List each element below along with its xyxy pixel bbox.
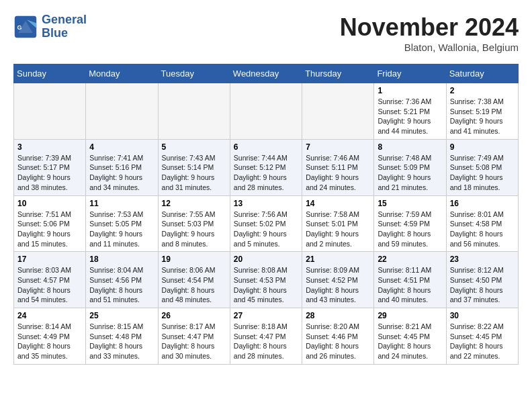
logo-line2: Blue <box>42 27 87 40</box>
day-number: 29 <box>378 311 442 320</box>
title-area: November 2024 Blaton, Wallonia, Belgium <box>340 13 519 53</box>
calendar-cell: 5Sunrise: 7:43 AM Sunset: 5:14 PM Daylig… <box>158 139 230 195</box>
day-number: 30 <box>450 311 515 320</box>
calendar-week-row: 24Sunrise: 8:14 AM Sunset: 4:49 PM Dayli… <box>14 308 519 365</box>
day-info: Sunrise: 7:38 AM Sunset: 5:19 PM Dayligh… <box>450 97 515 136</box>
day-number: 24 <box>17 311 82 320</box>
day-info: Sunrise: 8:21 AM Sunset: 4:45 PM Dayligh… <box>378 322 442 361</box>
calendar-cell: 23Sunrise: 8:12 AM Sunset: 4:50 PM Dayli… <box>446 252 518 308</box>
day-info: Sunrise: 8:18 AM Sunset: 4:47 PM Dayligh… <box>234 322 298 361</box>
calendar-cell: 8Sunrise: 7:48 AM Sunset: 5:09 PM Daylig… <box>374 139 446 195</box>
day-info: Sunrise: 7:56 AM Sunset: 5:02 PM Dayligh… <box>234 210 298 249</box>
day-info: Sunrise: 8:17 AM Sunset: 4:47 PM Dayligh… <box>162 322 226 361</box>
calendar-cell: 21Sunrise: 8:09 AM Sunset: 4:52 PM Dayli… <box>302 252 374 308</box>
calendar-cell <box>86 83 158 140</box>
day-info: Sunrise: 8:15 AM Sunset: 4:48 PM Dayligh… <box>89 322 154 361</box>
calendar-cell: 9Sunrise: 7:49 AM Sunset: 5:08 PM Daylig… <box>446 139 518 195</box>
calendar-cell: 25Sunrise: 8:15 AM Sunset: 4:48 PM Dayli… <box>86 308 158 365</box>
day-info: Sunrise: 7:41 AM Sunset: 5:16 PM Dayligh… <box>89 153 154 193</box>
day-info: Sunrise: 7:46 AM Sunset: 5:11 PM Dayligh… <box>306 153 370 193</box>
day-number: 14 <box>306 199 370 208</box>
calendar-cell: 22Sunrise: 8:11 AM Sunset: 4:51 PM Dayli… <box>374 252 446 308</box>
calendar-cell: 30Sunrise: 8:22 AM Sunset: 4:45 PM Dayli… <box>446 308 518 365</box>
logo-line1: General <box>42 13 87 27</box>
day-number: 21 <box>306 255 370 264</box>
calendar: SundayMondayTuesdayWednesdayThursdayFrid… <box>13 64 519 365</box>
day-number: 13 <box>234 199 298 208</box>
calendar-cell: 2Sunrise: 7:38 AM Sunset: 5:19 PM Daylig… <box>446 83 518 140</box>
day-number: 26 <box>162 311 226 320</box>
page-header: G General Blue November 2024 Blaton, Wal… <box>13 13 519 53</box>
day-number: 11 <box>89 199 154 208</box>
calendar-cell <box>230 83 302 140</box>
calendar-cell: 20Sunrise: 8:08 AM Sunset: 4:53 PM Dayli… <box>230 252 302 308</box>
calendar-cell: 16Sunrise: 8:01 AM Sunset: 4:58 PM Dayli… <box>446 195 518 252</box>
day-info: Sunrise: 8:03 AM Sunset: 4:57 PM Dayligh… <box>17 265 82 305</box>
column-header-thursday: Thursday <box>302 64 374 83</box>
day-info: Sunrise: 7:44 AM Sunset: 5:12 PM Dayligh… <box>234 153 298 193</box>
calendar-cell: 24Sunrise: 8:14 AM Sunset: 4:49 PM Dayli… <box>14 308 86 365</box>
location: Blaton, Wallonia, Belgium <box>340 42 519 53</box>
calendar-cell: 14Sunrise: 7:58 AM Sunset: 5:01 PM Dayli… <box>302 195 374 252</box>
column-header-friday: Friday <box>374 64 446 83</box>
day-info: Sunrise: 7:55 AM Sunset: 5:03 PM Dayligh… <box>162 210 226 249</box>
calendar-week-row: 17Sunrise: 8:03 AM Sunset: 4:57 PM Dayli… <box>14 252 519 308</box>
calendar-cell: 15Sunrise: 7:59 AM Sunset: 4:59 PM Dayli… <box>374 195 446 252</box>
day-info: Sunrise: 7:48 AM Sunset: 5:09 PM Dayligh… <box>378 153 442 193</box>
calendar-cell: 3Sunrise: 7:39 AM Sunset: 5:17 PM Daylig… <box>14 139 86 195</box>
calendar-cell: 17Sunrise: 8:03 AM Sunset: 4:57 PM Dayli… <box>14 252 86 308</box>
day-number: 16 <box>450 199 515 208</box>
column-header-monday: Monday <box>86 64 158 83</box>
calendar-cell: 12Sunrise: 7:55 AM Sunset: 5:03 PM Dayli… <box>158 195 230 252</box>
day-number: 7 <box>306 142 370 152</box>
calendar-cell: 19Sunrise: 8:06 AM Sunset: 4:54 PM Dayli… <box>158 252 230 308</box>
day-number: 25 <box>89 311 154 320</box>
day-number: 23 <box>450 255 515 264</box>
day-info: Sunrise: 7:59 AM Sunset: 4:59 PM Dayligh… <box>378 210 442 249</box>
day-info: Sunrise: 8:22 AM Sunset: 4:45 PM Dayligh… <box>450 322 515 361</box>
day-number: 9 <box>450 142 515 152</box>
calendar-cell: 6Sunrise: 7:44 AM Sunset: 5:12 PM Daylig… <box>230 139 302 195</box>
calendar-cell: 1Sunrise: 7:36 AM Sunset: 5:21 PM Daylig… <box>374 83 446 140</box>
day-number: 12 <box>162 199 226 208</box>
calendar-cell: 18Sunrise: 8:04 AM Sunset: 4:56 PM Dayli… <box>86 252 158 308</box>
day-number: 27 <box>234 311 298 320</box>
calendar-cell: 7Sunrise: 7:46 AM Sunset: 5:11 PM Daylig… <box>302 139 374 195</box>
day-info: Sunrise: 7:39 AM Sunset: 5:17 PM Dayligh… <box>17 153 82 193</box>
svg-text:G: G <box>17 24 21 30</box>
day-number: 20 <box>234 255 298 264</box>
day-number: 19 <box>162 255 226 264</box>
day-info: Sunrise: 8:01 AM Sunset: 4:58 PM Dayligh… <box>450 210 515 249</box>
day-info: Sunrise: 7:36 AM Sunset: 5:21 PM Dayligh… <box>378 97 442 136</box>
month-title: November 2024 <box>340 13 519 42</box>
calendar-cell: 26Sunrise: 8:17 AM Sunset: 4:47 PM Dayli… <box>158 308 230 365</box>
column-header-sunday: Sunday <box>14 64 86 83</box>
day-info: Sunrise: 8:06 AM Sunset: 4:54 PM Dayligh… <box>162 265 226 305</box>
day-info: Sunrise: 8:08 AM Sunset: 4:53 PM Dayligh… <box>234 265 298 305</box>
day-number: 28 <box>306 311 370 320</box>
day-info: Sunrise: 7:58 AM Sunset: 5:01 PM Dayligh… <box>306 210 370 249</box>
day-number: 15 <box>378 199 442 208</box>
calendar-cell: 11Sunrise: 7:53 AM Sunset: 5:05 PM Dayli… <box>86 195 158 252</box>
day-number: 5 <box>162 142 226 152</box>
day-info: Sunrise: 8:11 AM Sunset: 4:51 PM Dayligh… <box>378 265 442 305</box>
day-number: 17 <box>17 255 82 264</box>
day-number: 3 <box>17 142 82 152</box>
day-number: 6 <box>234 142 298 152</box>
calendar-cell <box>158 83 230 140</box>
day-info: Sunrise: 8:14 AM Sunset: 4:49 PM Dayligh… <box>17 322 82 361</box>
calendar-cell <box>302 83 374 140</box>
day-info: Sunrise: 8:12 AM Sunset: 4:50 PM Dayligh… <box>450 265 515 305</box>
day-number: 4 <box>89 142 154 152</box>
day-info: Sunrise: 8:20 AM Sunset: 4:46 PM Dayligh… <box>306 322 370 361</box>
calendar-cell: 13Sunrise: 7:56 AM Sunset: 5:02 PM Dayli… <box>230 195 302 252</box>
logo-icon: G <box>13 15 38 39</box>
day-number: 22 <box>378 255 442 264</box>
logo: G General Blue <box>13 13 87 40</box>
day-info: Sunrise: 7:43 AM Sunset: 5:14 PM Dayligh… <box>162 153 226 193</box>
calendar-week-row: 1Sunrise: 7:36 AM Sunset: 5:21 PM Daylig… <box>14 83 519 140</box>
day-number: 8 <box>378 142 442 152</box>
day-number: 10 <box>17 199 82 208</box>
column-header-tuesday: Tuesday <box>158 64 230 83</box>
day-info: Sunrise: 7:51 AM Sunset: 5:06 PM Dayligh… <box>17 210 82 249</box>
